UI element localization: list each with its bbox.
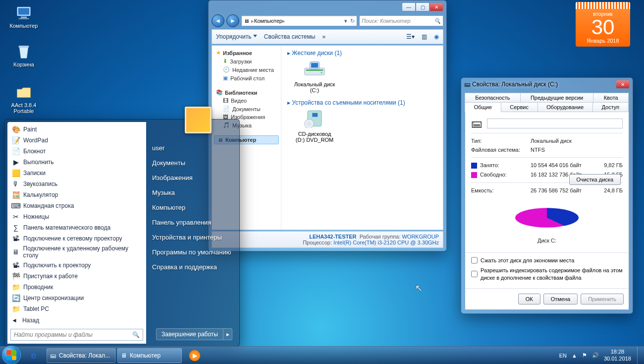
dvd-icon [302, 109, 327, 128]
refresh-icon[interactable]: ↻ [350, 18, 355, 24]
pinned-wmp[interactable]: ▶ [184, 348, 206, 363]
address-bar[interactable]: 🖥 ▸ Компьютер ▸ ▾ ↻ [241, 15, 357, 26]
tab-sharing[interactable]: Доступ [592, 102, 629, 112]
breadcrumb-item[interactable]: Компьютер [254, 18, 282, 24]
show-desktop-button[interactable] [637, 347, 642, 364]
start-menu-item[interactable]: 🟨Записки [8, 168, 145, 179]
preview-pane-button[interactable]: ▥ [422, 33, 427, 40]
apply-button[interactable]: Применить [581, 294, 624, 304]
start-menu-item[interactable]: 📽Подключение к сетевому проектору [8, 233, 145, 244]
start-menu-search[interactable]: 🔍 [10, 329, 143, 341]
toolbar-overflow[interactable]: » [322, 33, 325, 40]
taskbar-item-explorer[interactable]: 🖥Компьютер [117, 348, 182, 363]
group-hdd[interactable]: ▸ Жесткие диски (1) [287, 50, 437, 57]
tray-volume-icon[interactable]: 🔊 [592, 352, 599, 359]
program-label: Проводник [23, 284, 53, 291]
compress-checkbox[interactable]: Сжать этот диск для экономии места [471, 257, 623, 264]
desktop-icon-aact[interactable]: AAct 3.8.4 Portable [9, 83, 39, 114]
start-menu-item[interactable]: 📽Подключить к проектору [8, 260, 145, 271]
maximize-button[interactable]: ▢ [416, 2, 429, 11]
start-menu-item[interactable]: ✂Ножницы [8, 211, 145, 222]
start-menu-item[interactable]: ∑Панель математического ввода [8, 222, 145, 233]
tab-quota[interactable]: Квота [593, 93, 629, 103]
explorer-titlebar[interactable]: — ▢ ✕ [209, 0, 446, 13]
help-button[interactable]: ◉ [434, 33, 439, 40]
start-menu-item[interactable]: 📁Проводник [8, 282, 145, 293]
drive-d[interactable]: CD-дисковод (D:) DVD_ROM [287, 109, 342, 143]
start-menu-item[interactable]: 📝WordPad [8, 135, 145, 146]
nav-forward-button[interactable]: ► [226, 14, 239, 27]
calendar-rings [576, 2, 630, 9]
system-properties-button[interactable]: Свойства системы [264, 33, 316, 40]
close-button[interactable]: ✕ [616, 80, 630, 89]
tray-flag-icon[interactable]: ⚑ [582, 352, 587, 359]
star-icon: ★ [216, 50, 221, 56]
start-button[interactable] [2, 346, 21, 364]
start-menu-item[interactable]: ⌨Командная строка [8, 200, 145, 211]
tab-hardware[interactable]: Оборудование [537, 102, 593, 112]
start-menu-item[interactable]: 🎨Paint [8, 124, 145, 135]
search-input[interactable]: Поиск: Компьютер 🔍 [359, 15, 443, 26]
start-menu-item[interactable]: 🧮Калькулятор [8, 189, 145, 200]
disk-cleanup-button[interactable]: Очистка диска [569, 174, 621, 185]
sm-pictures[interactable]: Изображения [152, 174, 233, 182]
group-removable[interactable]: ▸ Устройства со съемными носителями (1) [287, 99, 437, 106]
minimize-button[interactable]: — [402, 2, 416, 11]
nav-back-button[interactable]: ◄ [212, 14, 224, 27]
calendar-gadget[interactable]: вторник 30 Январь 2018 [576, 2, 630, 47]
tab-security[interactable]: Безопасность [465, 93, 521, 103]
sm-computer[interactable]: Компьютер [152, 204, 233, 211]
sidebar-item-recent[interactable]: 🕘Недавние места [214, 65, 279, 74]
dialog-title: Свойства: Локальный диск (C:) [470, 81, 616, 88]
sidebar-libraries-header[interactable]: 📚Библиотеки [214, 88, 279, 97]
start-menu-item[interactable]: ▶Выполнить [8, 157, 145, 168]
shutdown-options-button[interactable]: ▸ [223, 328, 232, 340]
desktop-icon-recycle[interactable]: Корзина [9, 43, 39, 67]
start-menu-item[interactable]: 📁Tablet PC [8, 303, 145, 314]
tab-previous-versions[interactable]: Предыдущие версии [520, 93, 594, 103]
sidebar-item-video[interactable]: 🎞Видео [214, 97, 279, 105]
tray-show-hidden-icon[interactable]: ▲ [572, 353, 577, 359]
shutdown-button[interactable]: Завершение работы [156, 328, 223, 340]
search-input[interactable] [14, 331, 132, 338]
start-menu-item[interactable]: 📄Блокнот [8, 146, 145, 157]
tray-lang[interactable]: EN [559, 353, 567, 359]
properties-titlebar[interactable]: 🖴 Свойства: Локальный диск (C:) ✕ [461, 78, 633, 91]
sm-user[interactable]: user [152, 144, 233, 152]
view-menu[interactable]: ☰▾ [406, 33, 415, 40]
sidebar-item-desktop[interactable]: ▣Рабочий стол [214, 74, 279, 82]
sidebar-item-downloads[interactable]: ⬇Загрузки [214, 57, 279, 65]
organize-menu[interactable]: Упорядочить [216, 33, 257, 40]
start-menu-item[interactable]: 🔄Центр синхронизации [8, 293, 145, 303]
sm-control-panel[interactable]: Панель управления [152, 219, 233, 226]
sm-documents[interactable]: Документы [152, 159, 233, 167]
start-menu-item[interactable]: 🏁Приступая к работе [8, 271, 145, 282]
tab-general[interactable]: Общие [465, 102, 501, 112]
start-menu-item[interactable]: 🖥Подключение к удаленному рабочему столу [8, 244, 145, 260]
drive-name-input[interactable] [487, 119, 623, 128]
user-picture[interactable] [185, 107, 212, 133]
tray-clock[interactable]: 18:28 30.01.2018 [604, 349, 631, 362]
sm-default-programs[interactable]: Программы по умолчанию [152, 248, 233, 256]
drive-c[interactable]: Локальный диск (C:) [287, 60, 342, 93]
program-label: Подключение к удаленному рабочему столу [23, 245, 142, 259]
sm-music[interactable]: Музыка [152, 189, 233, 196]
sidebar-favorites-header[interactable]: ★Избранное [214, 49, 279, 57]
close-button[interactable]: ✕ [429, 2, 443, 11]
desktop-icon-computer[interactable]: Компьютер [9, 4, 39, 29]
start-menu-item[interactable]: 🎙Звукозапись [8, 179, 145, 189]
index-checkbox[interactable]: Разрешить индексировать содержимое файло… [471, 267, 623, 281]
pinned-ie[interactable]: ｅ [23, 348, 45, 363]
program-label: Панель математического ввода [23, 224, 110, 231]
tab-tools[interactable]: Сервис [501, 102, 538, 112]
fs-label: Файловая система: [471, 147, 531, 153]
svg-rect-3 [19, 18, 29, 19]
sidebar-item-documents[interactable]: 📄Документы [214, 105, 279, 113]
sm-help[interactable]: Справка и поддержка [152, 263, 233, 271]
cancel-button[interactable]: Отмена [543, 294, 578, 304]
start-menu-back[interactable]: ◄Назад [7, 314, 146, 327]
taskbar-item-properties[interactable]: 🖴Свойства: Локал... [47, 348, 115, 363]
dropdown-icon[interactable]: ▾ [344, 18, 347, 24]
ok-button[interactable]: ОК [518, 294, 540, 304]
sm-devices[interactable]: Устройства и принтеры [152, 234, 233, 241]
